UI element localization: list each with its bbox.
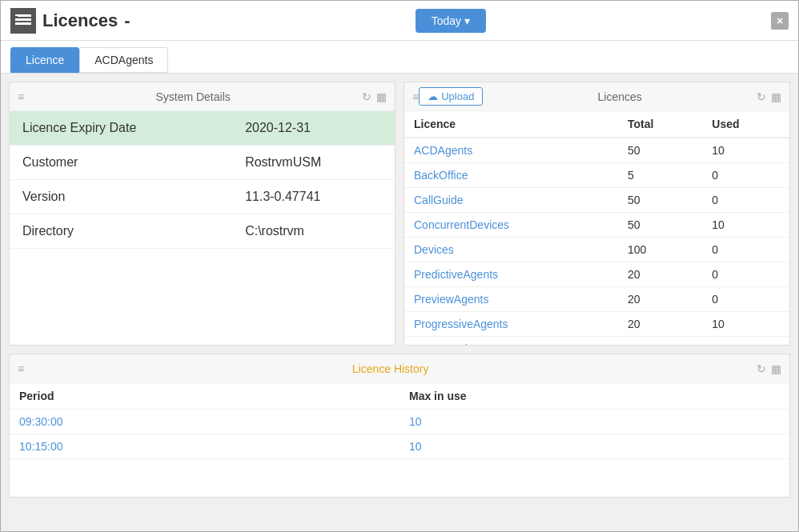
system-details-icons: ↻ ▦ — [362, 90, 387, 103]
licences-body: Licence Total Used ACDAgents 50 10 BackO… — [404, 111, 789, 345]
tabs-bar: Licence ACDAgents — [1, 41, 798, 74]
licence-total: 5 — [618, 163, 702, 188]
title-bar: Licences - Today ▾ × — [1, 1, 798, 41]
licence-used: 0 — [702, 188, 789, 213]
history-chart-icon[interactable]: ▦ — [771, 362, 781, 375]
licence-total: 20 — [618, 287, 702, 312]
history-max-in-use: 10 — [400, 410, 789, 434]
table-row: CallGuide 50 0 — [404, 188, 789, 213]
app-icon — [10, 8, 36, 34]
table-row: Licence Expiry Date 2020-12-31 — [10, 111, 395, 146]
licences-chart-icon[interactable]: ▦ — [771, 90, 781, 103]
system-details-body: Licence Expiry Date 2020-12-31 Customer … — [10, 111, 395, 345]
licence-total: 1 — [618, 337, 702, 346]
licence-used: 10 — [702, 138, 789, 163]
system-details-panel: ≡ System Details ↻ ▦ Licence Expiry Date… — [9, 82, 395, 346]
licence-used: 0 — [702, 287, 789, 312]
licence-name[interactable]: BackOffice — [404, 163, 618, 188]
licence-total: 100 — [618, 238, 702, 262]
row-label: Directory — [10, 214, 232, 249]
table-row: PreviewAgents 20 0 — [404, 287, 789, 312]
licence-name[interactable]: ConcurrentDevices — [404, 213, 618, 238]
history-title: Licence History — [24, 362, 757, 375]
svg-rect-2 — [15, 22, 31, 25]
history-header-row: Period Max in use — [10, 383, 789, 410]
licences-menu-icon[interactable]: ≡ — [412, 90, 419, 103]
col-licence: Licence — [404, 111, 618, 138]
col-used: Used — [702, 111, 789, 138]
upload-button[interactable]: ☁ Upload — [419, 87, 483, 106]
licence-name[interactable]: Devices — [404, 238, 618, 262]
licence-name[interactable]: ScoreCard — [404, 337, 618, 346]
licence-used: 0 — [702, 238, 789, 262]
history-period: 10:15:00 — [10, 434, 400, 459]
licences-header-row: Licence Total Used — [404, 111, 789, 138]
history-refresh-icon[interactable]: ↻ — [757, 362, 766, 375]
history-panel: ≡ Licence History ↻ ▦ Period Max in use — [9, 354, 790, 498]
history-table: Period Max in use 09:30:00 10 10:15:00 1… — [10, 383, 789, 459]
col-max-in-use: Max in use — [400, 383, 789, 410]
today-button[interactable]: Today ▾ — [416, 9, 486, 33]
licence-name[interactable]: PredictiveAgents — [404, 262, 618, 287]
col-period: Period — [10, 383, 400, 410]
history-period: 09:30:00 — [10, 410, 400, 434]
row-value: 11.3-0.47741 — [232, 180, 395, 214]
table-row: BackOffice 5 0 — [404, 163, 789, 188]
licences-title: Licences — [483, 90, 757, 103]
licence-used: 0 — [702, 163, 789, 188]
upload-cloud-icon: ☁ — [428, 90, 438, 102]
page-title: Licences — [42, 10, 118, 31]
licence-total: 50 — [618, 188, 702, 213]
history-header: ≡ Licence History ↻ ▦ — [10, 354, 789, 383]
table-row: ProgressiveAgents 20 10 — [404, 312, 789, 337]
system-details-table: Licence Expiry Date 2020-12-31 Customer … — [10, 111, 395, 249]
system-details-title: System Details — [24, 90, 362, 103]
row-label: Customer — [10, 146, 232, 180]
row-label: Licence Expiry Date — [10, 111, 232, 146]
licences-table: Licence Total Used ACDAgents 50 10 BackO… — [404, 111, 789, 345]
top-panels: ≡ System Details ↻ ▦ Licence Expiry Date… — [9, 82, 790, 346]
system-details-chart-icon[interactable]: ▦ — [376, 90, 387, 103]
licence-total: 20 — [618, 262, 702, 287]
licence-total: 50 — [618, 213, 702, 238]
licence-name[interactable]: ProgressiveAgents — [404, 312, 618, 337]
close-button[interactable]: × — [771, 12, 789, 30]
upload-label: Upload — [441, 90, 474, 102]
title-suffix: - — [124, 10, 130, 31]
table-row: ScoreCard 1 1 — [404, 337, 789, 346]
history-icons: ↻ ▦ — [757, 362, 781, 375]
table-row: 10:15:00 10 — [10, 434, 789, 459]
history-body: Period Max in use 09:30:00 10 10:15:00 1… — [10, 383, 789, 497]
licence-total: 20 — [618, 312, 702, 337]
licence-name[interactable]: CallGuide — [404, 188, 618, 213]
licence-used: 0 — [702, 262, 789, 287]
table-row: 09:30:00 10 — [10, 410, 789, 434]
licence-used: 10 — [702, 312, 789, 337]
licence-used: 1 — [702, 337, 789, 346]
table-row: Version 11.3-0.47741 — [10, 180, 395, 214]
table-row: ConcurrentDevices 50 10 — [404, 213, 789, 238]
tab-licence[interactable]: Licence — [10, 47, 79, 73]
licence-total: 50 — [618, 138, 702, 163]
title-left: Licences - — [10, 8, 130, 34]
system-details-header: ≡ System Details ↻ ▦ — [10, 82, 395, 111]
licence-name[interactable]: PreviewAgents — [404, 287, 618, 312]
system-details-menu-icon[interactable]: ≡ — [18, 90, 24, 103]
main-content: ≡ System Details ↻ ▦ Licence Expiry Date… — [1, 74, 798, 531]
history-menu-icon[interactable]: ≡ — [18, 362, 24, 375]
table-row: Customer RostrvmUSM — [10, 146, 395, 180]
row-value: RostrvmUSM — [232, 146, 395, 180]
licences-header: ≡ ☁ Upload Licences ↻ ▦ — [404, 82, 789, 111]
history-max-in-use: 10 — [400, 434, 789, 459]
licences-refresh-icon[interactable]: ↻ — [757, 90, 766, 103]
row-label: Version — [10, 180, 232, 214]
tab-acdagents[interactable]: ACDAgents — [79, 47, 168, 73]
main-window: Licences - Today ▾ × Licence ACDAgents ≡… — [0, 0, 799, 532]
system-details-refresh-icon[interactable]: ↻ — [362, 90, 371, 103]
licences-panel: ≡ ☁ Upload Licences ↻ ▦ L — [404, 82, 790, 346]
svg-rect-3 — [15, 16, 18, 17]
row-value: 2020-12-31 — [232, 111, 395, 146]
table-row: ACDAgents 50 10 — [404, 138, 789, 163]
licence-name[interactable]: ACDAgents — [404, 138, 618, 163]
table-row: Directory C:\rostrvm — [10, 214, 395, 249]
